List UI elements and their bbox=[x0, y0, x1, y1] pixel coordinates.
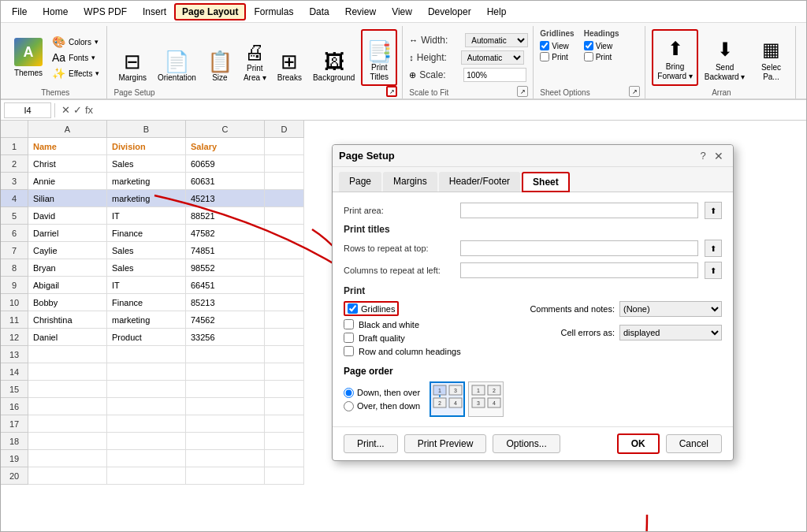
print-section-title: Print bbox=[344, 285, 722, 296]
menu-insert[interactable]: Insert bbox=[135, 4, 174, 20]
dialog-footer: Print... Print Preview Options... OK Can… bbox=[333, 426, 733, 460]
menu-review[interactable]: Review bbox=[337, 4, 384, 20]
cols-repeat-btn[interactable]: ⬆ bbox=[705, 262, 722, 279]
print-button[interactable]: Print... bbox=[344, 434, 398, 453]
gridlines-print-checkbox[interactable] bbox=[540, 52, 549, 61]
down-then-over-input[interactable] bbox=[344, 388, 354, 398]
scale-launcher[interactable]: ↗ bbox=[517, 86, 528, 97]
cancel-button[interactable]: Cancel bbox=[666, 434, 722, 453]
menu-view[interactable]: View bbox=[384, 4, 420, 20]
rows-repeat-input[interactable] bbox=[460, 240, 698, 256]
dialog-close-button[interactable]: ✕ bbox=[711, 148, 727, 164]
options-button[interactable]: Options... bbox=[493, 434, 560, 453]
row-col-headings-checkbox[interactable] bbox=[344, 346, 354, 356]
size-button[interactable]: 📋 Size bbox=[203, 29, 237, 86]
margins-button[interactable]: ⊟ Margins bbox=[113, 29, 151, 86]
page-order-options: Down, then over Over, then down bbox=[344, 381, 722, 417]
print-area-button[interactable]: 🖨 PrintArea ▾ bbox=[239, 29, 271, 86]
draft-quality-row: Draft quality bbox=[344, 333, 515, 343]
headings-title: Headings bbox=[584, 29, 619, 38]
page-order-img-over[interactable]: 1 2 3 4 bbox=[468, 381, 504, 417]
gridlines-view-checkbox[interactable] bbox=[540, 41, 549, 50]
print-titles-section: Print titles Rows to repeat at top: ⬆ Co… bbox=[344, 224, 722, 279]
cols-repeat-row: Columns to repeat at left: ⬆ bbox=[344, 262, 722, 279]
print-options-section: Print Gridlines bbox=[344, 285, 722, 359]
ok-button[interactable]: OK bbox=[617, 433, 660, 454]
dialog-overlay: Page Setup ? ✕ Page Margins Header/Foote… bbox=[1, 121, 806, 531]
height-select[interactable]: Automatic 1 page bbox=[461, 50, 524, 65]
svg-text:2: 2 bbox=[438, 400, 441, 406]
over-then-down-input[interactable] bbox=[344, 401, 354, 411]
rows-repeat-row: Rows to repeat at top: ⬆ bbox=[344, 240, 722, 257]
draft-quality-checkbox[interactable] bbox=[344, 333, 354, 343]
menu-file[interactable]: File bbox=[4, 4, 35, 20]
print-area-label: PrintArea ▾ bbox=[244, 64, 266, 83]
width-select[interactable]: Automatic 1 page bbox=[465, 33, 528, 47]
cols-repeat-input[interactable] bbox=[460, 262, 698, 278]
effects-button[interactable]: ✨ Effects ▾ bbox=[50, 66, 102, 80]
colors-icon: 🎨 bbox=[52, 35, 65, 48]
cell-reference[interactable] bbox=[4, 102, 51, 118]
colors-button[interactable]: 🎨 Colors ▾ bbox=[50, 35, 102, 49]
scale-input[interactable] bbox=[463, 68, 526, 82]
page-order-title: Page order bbox=[344, 366, 722, 377]
comments-select[interactable]: (None) At end of sheet bbox=[619, 301, 722, 317]
tab-margins[interactable]: Margins bbox=[383, 172, 437, 192]
rows-repeat-btn[interactable]: ⬆ bbox=[705, 240, 722, 257]
gridlines-print-row: Gridlines bbox=[344, 301, 515, 316]
menu-home[interactable]: Home bbox=[35, 4, 76, 20]
cell-errors-row: Cell errors as: displayed blank -- #N/A bbox=[528, 325, 722, 340]
page-order-img-down[interactable]: 1 3 2 4 bbox=[430, 381, 465, 417]
arrange-label: Arran bbox=[652, 86, 790, 97]
print-preview-button[interactable]: Print Preview bbox=[404, 434, 487, 453]
svg-text:2: 2 bbox=[493, 388, 496, 393]
print-area-collapse-btn[interactable]: ⬆ bbox=[705, 202, 722, 219]
tab-page[interactable]: Page bbox=[339, 172, 381, 192]
bring-forward-button[interactable]: ⬆ BringForward ▾ bbox=[652, 29, 697, 86]
dialog-title: Page Setup bbox=[339, 150, 695, 162]
print-area-input[interactable] bbox=[460, 203, 698, 218]
row-col-headings-row: Row and column headings bbox=[344, 346, 515, 356]
dialog-titlebar: Page Setup ? ✕ bbox=[333, 145, 733, 167]
menu-data[interactable]: Data bbox=[301, 4, 337, 20]
themes-button[interactable]: A Themes bbox=[9, 35, 48, 80]
tab-sheet[interactable]: Sheet bbox=[522, 172, 570, 192]
black-white-row: Black and white bbox=[344, 319, 515, 329]
dialog-help-button[interactable]: ? bbox=[695, 148, 711, 164]
dialog-tabs: Page Margins Header/Footer Sheet bbox=[333, 167, 733, 192]
dialog-content: Print area: ⬆ Print titles Rows to repea… bbox=[333, 192, 733, 426]
menu-developer[interactable]: Developer bbox=[420, 4, 479, 20]
gridlines-title: Gridlines bbox=[540, 29, 574, 38]
menu-help[interactable]: Help bbox=[479, 4, 515, 20]
tab-header-footer[interactable]: Header/Footer bbox=[439, 172, 520, 192]
black-white-checkbox[interactable] bbox=[344, 319, 354, 329]
gridlines-checkbox[interactable] bbox=[348, 303, 358, 314]
over-then-down-radio[interactable]: Over, then down bbox=[344, 401, 420, 411]
formula-input[interactable] bbox=[99, 105, 803, 116]
selection-pane-button[interactable]: ▦ SelecPa... bbox=[751, 29, 790, 86]
gridlines-print-row: Print bbox=[540, 52, 574, 61]
send-backward-button[interactable]: ⬇ SendBackward ▾ bbox=[700, 29, 750, 86]
headings-view-checkbox[interactable] bbox=[584, 41, 593, 50]
gridlines-col: Gridlines View Print bbox=[540, 29, 574, 61]
function-icon[interactable]: fx bbox=[85, 104, 93, 116]
menu-page-layout[interactable]: Page Layout bbox=[174, 3, 246, 20]
page-setup-launcher[interactable]: ↗ bbox=[386, 86, 397, 97]
background-button[interactable]: 🖼 Background bbox=[308, 29, 359, 86]
sheet-options-launcher[interactable]: ↗ bbox=[629, 86, 640, 97]
confirm-formula-icon[interactable]: ✓ bbox=[73, 104, 82, 116]
print-titles-button[interactable]: 📑 PrintTitles bbox=[361, 29, 397, 86]
menu-formulas[interactable]: Formulas bbox=[246, 4, 301, 20]
down-then-over-radio[interactable]: Down, then over bbox=[344, 388, 420, 398]
selection-pane-icon: ▦ bbox=[762, 39, 780, 61]
cell-errors-select[interactable]: displayed blank -- #N/A bbox=[619, 325, 722, 340]
fonts-button[interactable]: Aa Fonts ▾ bbox=[50, 50, 102, 65]
menu-wps-pdf[interactable]: WPS PDF bbox=[76, 4, 135, 20]
width-icon: ↔ bbox=[409, 35, 418, 45]
breaks-button[interactable]: ⊞ Breaks bbox=[273, 29, 307, 86]
headings-print-checkbox[interactable] bbox=[584, 52, 593, 61]
orientation-button[interactable]: 📄 Orientation bbox=[153, 29, 201, 86]
cancel-formula-icon[interactable]: ✕ bbox=[61, 104, 70, 116]
margins-label: Margins bbox=[118, 73, 147, 83]
selection-pane-label: SelecPa... bbox=[761, 63, 781, 82]
